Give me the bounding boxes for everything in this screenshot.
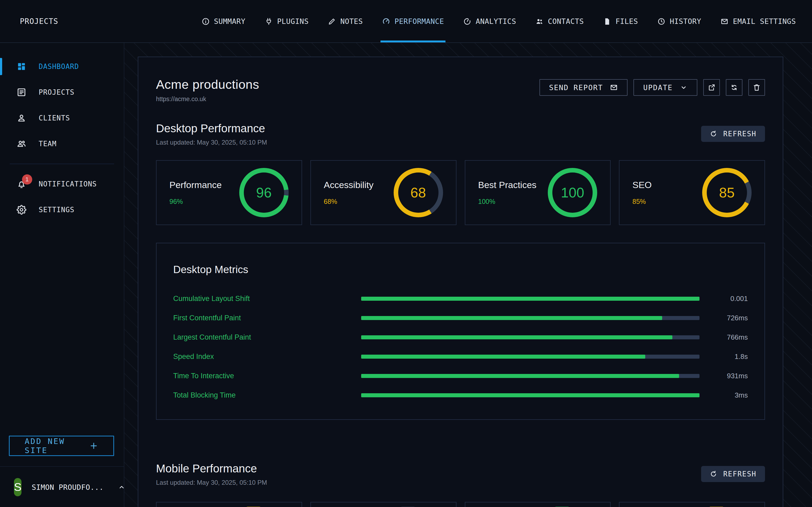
user-name: SIMON PROUDFO... [32,483,104,492]
metric-label: Cumulative Layout Shift [173,294,361,303]
desktop-performance-header: Desktop Performance Last updated: May 30… [156,122,765,146]
sidebar-divider [10,164,114,164]
gauge-card-seo: SEO85%85 [619,160,765,225]
metric-bar-fill [361,374,679,378]
gauge-card-performance: Performance96%96 [156,160,302,225]
gauge-info: Best Practices100% [478,180,537,206]
sidebar: DASHBOARDPROJECTSCLIENTSTEAM1NOTIFICATIO… [0,43,124,507]
gauge-title: Best Practices [478,180,537,190]
tab-email-settings[interactable]: EMAIL SETTINGS [719,0,798,42]
notification-badge: 1 [22,174,32,184]
tab-notes[interactable]: NOTES [326,0,364,42]
metric-bar-fill [361,297,700,301]
sidebar-item-label: TEAM [39,140,57,148]
metric-label: Time To Interactive [173,372,361,380]
bell-icon: 1 [17,179,26,189]
back-link-label: PROJECTS [20,17,58,26]
sidebar-item-team[interactable]: TEAM [0,131,124,157]
metric-label: Largest Contentful Paint [173,333,361,341]
mobile-gauge-card-1 [156,502,302,507]
chevron-down-icon [679,83,688,92]
sidebar-item-projects[interactable]: PROJECTS [0,79,124,105]
metric-bar-fill [361,355,645,359]
gauge2-icon [463,17,471,25]
gauge-info: Accessibility68% [324,180,373,206]
gear-icon [17,205,26,215]
send-report-button[interactable]: SEND REPORT [540,79,628,96]
metric-label: Speed Index [173,352,361,361]
avatar: S [14,478,21,496]
metric-value: 931ms [708,372,748,380]
sidebar-item-label: DASHBOARD [39,62,79,70]
tab-plugins[interactable]: PLUGINS [263,0,310,42]
mail-icon [610,83,618,92]
gauge-value: 85 [702,168,752,217]
chevron-up-icon[interactable] [114,483,126,491]
sync-button[interactable] [726,79,743,96]
gauge-title: SEO [632,180,652,190]
back-to-projects-link[interactable]: PROJECTS [17,0,58,42]
mobile-performance-header: Mobile Performance Last updated: May 30,… [156,462,765,486]
file-icon [603,17,611,25]
tab-label: ANALYTICS [475,17,516,25]
tab-label: CONTACTS [548,17,584,25]
gauge-value: 100 [548,168,597,217]
metric-row-total-blocking-time: Total Blocking Time3ms [173,386,748,405]
sidebar-item-clients[interactable]: CLIENTS [0,105,124,131]
gauge-title: Accessibility [324,180,373,190]
sidebar-spacer [0,223,124,436]
metric-row-cumulative-layout-shift: Cumulative Layout Shift0.001 [173,289,748,308]
main-content: Acme productions https://acme.co.uk SEND… [124,43,812,507]
desktop-metrics-title: Desktop Metrics [173,264,748,276]
tab-label: NOTES [340,17,363,25]
tab-contacts[interactable]: CONTACTS [534,0,586,42]
gauge-title: Performance [169,180,222,190]
send-report-label: SEND REPORT [549,83,603,92]
add-new-site-label: ADD NEW SITE [25,437,89,455]
sidebar-item-settings[interactable]: SETTINGS [0,197,124,223]
sidebar-item-notifications[interactable]: 1NOTIFICATIONS [0,171,124,197]
metric-rows: Cumulative Layout Shift0.001First Conten… [173,289,748,405]
update-button[interactable]: UPDATE [633,79,697,96]
open-external-button[interactable] [703,79,720,96]
mobile-last-updated: Last updated: May 30, 2025, 05:10 PM [156,479,267,486]
user-menu[interactable]: S SIMON PROUDFO... [0,466,124,507]
site-header: Acme productions https://acme.co.uk SEND… [156,77,765,103]
gauge-percent: 100% [478,198,537,206]
layout: DASHBOARDPROJECTSCLIENTSTEAM1NOTIFICATIO… [0,43,812,507]
top-bar: PROJECTS SUMMARYPLUGINSNOTESPERFORMANCEA… [0,0,812,43]
update-label: UPDATE [643,83,673,92]
mobile-performance-title: Mobile Performance [156,462,267,475]
tab-label: PERFORMANCE [395,17,444,25]
mobile-refresh-button[interactable]: REFRESH [701,466,765,482]
desktop-refresh-button[interactable]: REFRESH [701,126,765,142]
grid-icon [17,62,26,71]
metric-bar-fill [361,316,662,320]
desktop-gauge-row: Performance96%96Accessibility68%68Best P… [156,160,765,225]
delete-button[interactable] [748,79,765,96]
info-icon [202,17,210,25]
team-icon [17,139,26,149]
gauge-percent: 85% [632,198,652,206]
tab-bar: SUMMARYPLUGINSNOTESPERFORMANCEANALYTICSC… [200,0,798,42]
site-title: Acme productions [156,77,259,92]
metric-value: 1.8s [708,352,748,361]
sidebar-item-label: NOTIFICATIONS [39,180,97,188]
tab-history[interactable]: HISTORY [656,0,703,42]
mobile-gauge-card-3 [465,502,611,507]
desktop-performance-title: Desktop Performance [156,122,267,135]
refresh-icon [710,130,717,137]
tab-analytics[interactable]: ANALYTICS [462,0,518,42]
desktop-refresh-label: REFRESH [723,130,756,138]
site-url: https://acme.co.uk [156,96,259,103]
sidebar-item-label: PROJECTS [39,88,74,96]
gauge-icon [382,17,390,25]
person-icon [17,113,26,123]
add-new-site-button[interactable]: ADD NEW SITE [9,436,114,456]
tab-summary[interactable]: SUMMARY [200,0,247,42]
sidebar-item-dashboard[interactable]: DASHBOARD [0,54,124,79]
sync-icon [730,83,738,92]
mobile-gauge-row [156,502,765,507]
tab-files[interactable]: FILES [602,0,640,42]
tab-performance[interactable]: PERFORMANCE [380,0,446,42]
